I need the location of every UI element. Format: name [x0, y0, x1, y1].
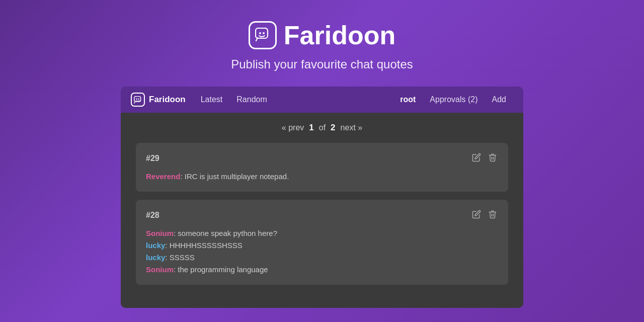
quote-header-28: #28 — [146, 209, 498, 221]
quote-line-28-3: lucky: SSSSS — [146, 252, 498, 264]
navbar-link-random[interactable]: Random — [229, 87, 274, 113]
navbar-approvals[interactable]: Approvals (2) — [423, 95, 485, 104]
next-page-link[interactable]: next » — [341, 123, 363, 132]
svg-point-1 — [259, 32, 261, 34]
approvals-label: Approvals — [430, 95, 465, 104]
approvals-count: (2) — [468, 95, 478, 104]
svg-point-4 — [136, 99, 137, 100]
quote-text-29-1: : IRC is just multiplayer notepad. — [180, 172, 289, 181]
quote-actions-29 — [471, 152, 498, 165]
username-reverend: Reverend — [146, 172, 180, 181]
quote-actions-28 — [471, 209, 498, 221]
delete-button-28[interactable] — [487, 209, 498, 221]
quote-text-28-4: : the programming language — [174, 265, 268, 274]
delete-button-29[interactable] — [487, 152, 498, 165]
quote-card-28: #28 — [136, 200, 508, 285]
content-body: « prev 1 of 2 next » #29 — [121, 113, 523, 308]
main-container: Faridoon Latest Random root Approvals (2… — [121, 87, 523, 308]
hero-section: Faridoon Publish your favourite chat quo… — [0, 0, 644, 87]
current-page: 1 — [309, 123, 313, 133]
navbar-brand[interactable]: Faridoon — [131, 93, 186, 107]
quote-id-28: #28 — [146, 211, 159, 220]
quote-text-28-1: : someone speak python here? — [174, 229, 277, 237]
quote-id-29: #29 — [146, 154, 159, 163]
svg-point-2 — [263, 32, 265, 34]
navbar-brand-label: Faridoon — [149, 95, 186, 105]
navbar-link-latest[interactable]: Latest — [194, 87, 230, 113]
username-lucky-2: lucky — [146, 253, 165, 262]
navbar: Faridoon Latest Random root Approvals (2… — [121, 87, 523, 113]
navbar-user: root — [393, 95, 423, 104]
hero-subtitle: Publish your favourite chat quotes — [0, 57, 644, 71]
username-lucky-1: lucky — [146, 241, 165, 250]
prev-page-link[interactable]: « prev — [282, 123, 304, 132]
edit-button-29[interactable] — [471, 152, 482, 165]
quote-line-28-4: Sonium: the programming language — [146, 264, 498, 276]
of-label: of — [319, 123, 326, 132]
quote-card-29: #29 — [136, 143, 508, 192]
hero-title-row: Faridoon — [0, 20, 644, 50]
quote-line-28-1: Sonium: someone speak python here? — [146, 227, 498, 239]
navbar-add[interactable]: Add — [485, 95, 513, 104]
quote-line-29-1: Reverend: IRC is just multiplayer notepa… — [146, 171, 498, 183]
app-title: Faridoon — [284, 20, 395, 50]
quote-text-28-3: : SSSSS — [165, 253, 194, 262]
username-sonium-2: Sonium — [146, 265, 174, 274]
quote-line-28-2: lucky: HHHHHSSSSSHSSS — [146, 239, 498, 252]
edit-button-28[interactable] — [471, 209, 482, 221]
quote-text-28-2: : HHHHHSSSSSHSSS — [165, 241, 242, 250]
logo-icon — [249, 21, 277, 49]
navbar-logo-icon — [131, 93, 145, 107]
pagination: « prev 1 of 2 next » — [136, 123, 508, 133]
svg-point-5 — [138, 99, 139, 100]
total-pages: 2 — [331, 123, 335, 133]
quote-header-29: #29 — [146, 152, 498, 165]
username-sonium-1: Sonium — [146, 229, 174, 237]
